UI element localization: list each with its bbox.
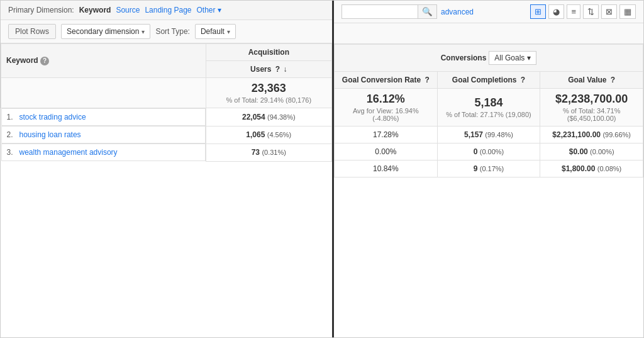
column-view-button[interactable]: ▦: [619, 4, 636, 19]
gv-column-header: Goal Value ?: [540, 72, 643, 89]
row-keyword-2: 2. housing loan rates: [1, 126, 206, 144]
right-spacer: [334, 23, 643, 44]
column-icon: ▦: [624, 7, 631, 16]
row-num-1: 1. stock trading advice: [1, 108, 206, 126]
row-keyword-3: 3. wealth management advisory: [1, 144, 206, 161]
acquisition-section-header: Acquisition: [206, 44, 331, 61]
grid-icon: ⊞: [535, 7, 541, 16]
compare-view-button[interactable]: ⇅: [583, 4, 599, 19]
right-table-row: 10.84% 9 (0.17%) $1,800.00 (0.08%): [335, 161, 643, 177]
users-cell-3: 73 (0.31%): [206, 144, 331, 161]
gv-cell-1: $2,231,100.00 (99.66%): [540, 127, 643, 144]
summary-users-cell: 23,363 % of Total: 29.14% (80,176): [206, 78, 331, 108]
summary-row: 23,363 % of Total: 29.14% (80,176): [1, 78, 332, 108]
pivot-icon: ⊠: [606, 7, 613, 16]
users-help-icon[interactable]: ?: [275, 65, 280, 74]
search-button[interactable]: 🔍: [418, 5, 436, 18]
right-toolbar: 🔍 advanced ⊞ ◕ ≡ ⇅ ⊠ ▦: [334, 1, 643, 23]
secondary-dimension-dropdown[interactable]: Secondary dimension ▾: [61, 24, 150, 39]
conversions-dropdown: Conversions All Goals ▾: [340, 48, 638, 67]
gcr-cell-2: 0.00%: [335, 144, 438, 161]
pie-icon: ◕: [553, 7, 560, 16]
gcr-column-header: Goal Conversion Rate ?: [335, 72, 438, 89]
gc-cell-2: 0 (0.00%): [437, 144, 540, 161]
conversions-section-header: Conversions All Goals ▾: [335, 45, 643, 72]
right-table-row: 17.28% 5,157 (99.48%) $2,231,100.00 (99.…: [335, 127, 643, 144]
pie-view-button[interactable]: ◕: [548, 4, 564, 19]
keyword-dim-link[interactable]: Keyword: [79, 6, 111, 14]
users-cell-2: 1,065 (4.56%): [206, 126, 331, 144]
grid-view-button[interactable]: ⊞: [530, 4, 546, 19]
gc-help-icon[interactable]: ?: [521, 76, 525, 84]
primary-dimension-bar: Primary Dimension: Keyword Source Landin…: [1, 1, 332, 20]
gv-cell-2: $0.00 (0.00%): [540, 144, 643, 161]
summary-keyword-cell: [1, 78, 206, 108]
keyword-link-2[interactable]: housing loan rates: [19, 130, 81, 139]
source-dim-link[interactable]: Source: [116, 6, 140, 14]
table-row: 2. housing loan rates 1,065 (4.56%): [1, 126, 332, 144]
search-icon: 🔍: [422, 7, 433, 16]
left-data-table: Keyword ? Acquisition Users ? ↓: [1, 43, 332, 162]
right-summary-row: 16.12% Avg for View: 16.94% (-4.80%) 5,1…: [335, 89, 643, 127]
users-column-header: Users ? ↓: [206, 61, 331, 78]
advanced-link[interactable]: advanced: [441, 8, 474, 16]
summary-gc-cell: 5,184 % of Total: 27.17% (19,080): [437, 89, 540, 127]
summary-gv-cell: $2,238,700.00 % of Total: 34.71% ($6,450…: [540, 89, 643, 127]
compare-icon: ⇅: [587, 7, 594, 16]
summary-gcr-cell: 16.12% Avg for View: 16.94% (-4.80%): [335, 89, 438, 127]
table-row: 1. stock trading advice 22,054 (94.38%): [1, 108, 332, 127]
right-toolbar-left: 🔍 advanced: [341, 4, 528, 19]
gc-cell-3: 9 (0.17%): [437, 161, 540, 177]
keyword-link-3[interactable]: wealth management advisory: [19, 148, 118, 157]
search-input[interactable]: [342, 6, 418, 18]
right-table-wrapper: Conversions All Goals ▾ Goal Conversion …: [334, 44, 643, 337]
gc-column-header: Goal Completions ?: [437, 72, 540, 89]
sort-type-label: Sort Type:: [155, 27, 189, 36]
keyword-help-icon[interactable]: ?: [40, 57, 49, 65]
gcr-cell-3: 10.84%: [335, 161, 438, 177]
keyword-link-1[interactable]: stock trading advice: [19, 113, 86, 121]
left-table-wrapper: Keyword ? Acquisition Users ? ↓: [1, 43, 332, 337]
right-data-table: Conversions All Goals ▾ Goal Conversion …: [334, 44, 643, 177]
primary-dim-label: Primary Dimension:: [8, 6, 74, 14]
other-dim-link[interactable]: Other ▾: [197, 6, 221, 14]
gc-cell-1: 5,157 (99.48%): [437, 127, 540, 144]
gcr-cell-1: 17.28%: [335, 127, 438, 144]
all-goals-dropdown[interactable]: All Goals ▾: [489, 51, 536, 65]
list-view-button[interactable]: ≡: [567, 4, 580, 19]
list-icon: ≡: [571, 7, 576, 16]
left-toolbar: Plot Rows Secondary dimension ▾ Sort Typ…: [1, 20, 332, 43]
landing-page-dim-link[interactable]: Landing Page: [145, 6, 191, 14]
gcr-help-icon[interactable]: ?: [425, 76, 430, 84]
right-table-row: 0.00% 0 (0.00%) $0.00 (0.00%): [335, 144, 643, 161]
gv-help-icon[interactable]: ?: [611, 76, 615, 84]
table-row: 3. wealth management advisory 73 (0.31%): [1, 144, 332, 161]
sort-default-dropdown[interactable]: Default ▾: [195, 24, 236, 39]
plot-rows-button[interactable]: Plot Rows: [8, 24, 56, 39]
sort-arrow: ↓: [284, 65, 287, 74]
users-cell-1: 22,054 (94.38%): [206, 108, 331, 127]
gv-cell-3: $1,800.00 (0.08%): [540, 161, 643, 177]
pivot-view-button[interactable]: ⊠: [601, 4, 617, 19]
keyword-column-header: Keyword ?: [1, 44, 206, 78]
